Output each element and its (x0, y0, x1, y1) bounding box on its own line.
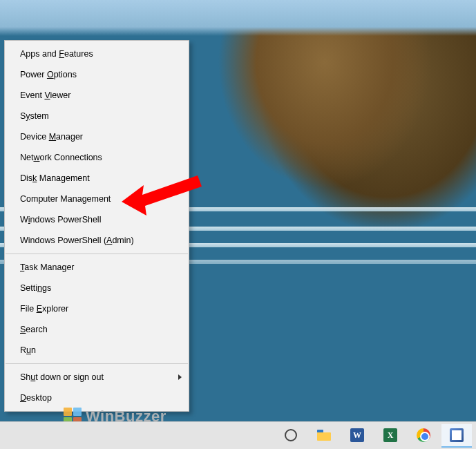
menu-separator (6, 254, 188, 254)
file-explorer-icon (317, 430, 331, 441)
menu-item-shutdown[interactable]: Shut down or sign out (5, 367, 189, 388)
taskbar-explorer[interactable] (309, 424, 339, 448)
menu-item-apps-features[interactable]: Apps and Features (5, 44, 189, 64)
menu-item-run[interactable]: Run (5, 340, 189, 361)
cortana-icon (285, 429, 297, 441)
menu-item-disk-management[interactable]: Disk Management (5, 168, 189, 189)
menu-item-power-options[interactable]: Power Options (5, 64, 189, 85)
menu-item-system[interactable]: System (5, 106, 189, 126)
menu-item-device-manager[interactable]: Device Manager (5, 126, 189, 147)
menu-item-task-manager[interactable]: Task Manager (5, 257, 189, 278)
menu-item-powershell[interactable]: Windows PowerShell (5, 209, 189, 230)
taskbar-cortana[interactable] (276, 424, 306, 448)
menu-item-desktop[interactable]: Desktop (5, 388, 189, 408)
taskbar[interactable]: WX (0, 421, 476, 449)
menu-item-event-viewer[interactable]: Event Viewer (5, 85, 189, 106)
menu-item-file-explorer[interactable]: File Explorer (5, 298, 189, 319)
winx-context-menu[interactable]: Apps and FeaturesPower OptionsEvent View… (4, 40, 189, 412)
menu-separator (6, 363, 188, 364)
chrome-icon (417, 428, 430, 442)
menu-item-settings[interactable]: Settings (5, 278, 189, 298)
taskbar-word[interactable]: W (342, 424, 372, 448)
word-icon: W (350, 428, 364, 442)
taskbar-excel[interactable]: X (375, 424, 406, 448)
menu-item-powershell-admin[interactable]: Windows PowerShell (Admin) (5, 230, 189, 251)
menu-item-search[interactable]: Search (5, 319, 189, 340)
taskbar-paint[interactable] (441, 424, 472, 448)
menu-item-computer-management[interactable]: Computer Management (5, 189, 189, 209)
excel-icon: X (383, 428, 397, 442)
menu-item-network-connections[interactable]: Network Connections (5, 147, 189, 168)
paint-icon (450, 428, 464, 442)
submenu-arrow-icon (178, 374, 182, 380)
taskbar-chrome[interactable] (408, 424, 439, 448)
